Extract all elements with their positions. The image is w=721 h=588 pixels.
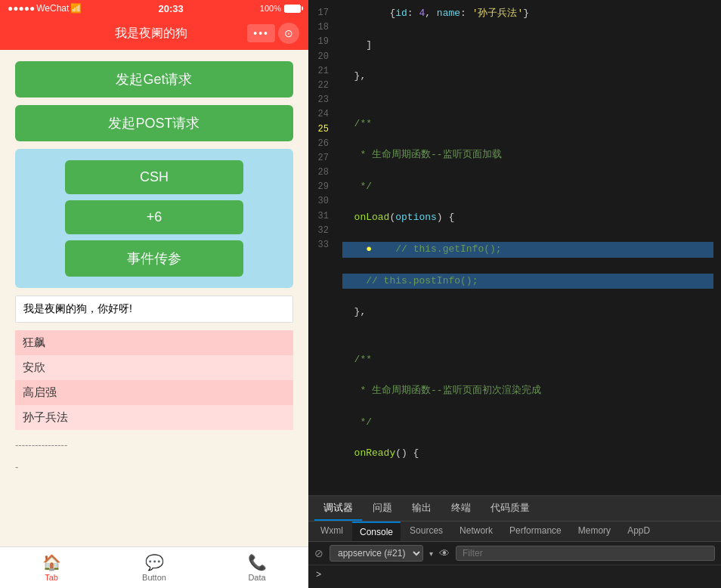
code-line: ]: [342, 38, 713, 54]
tab-debugger[interactable]: 调试器: [314, 497, 362, 521]
code-line: /**: [342, 116, 713, 132]
list-item: 高启强: [15, 380, 293, 405]
line-num: 30: [314, 194, 329, 209]
console-cursor: >: [316, 570, 321, 580]
tab-memory[interactable]: Memory: [571, 521, 618, 541]
line-numbers: 17 18 19 20 21 22 23 24 25 26 27 28 29 3…: [308, 0, 335, 495]
text-output: 我是夜阑的狗，你好呀!: [15, 296, 293, 323]
line-num: 22: [314, 79, 329, 93]
list-item: 安欣: [15, 355, 293, 380]
battery-percent: 100%: [260, 4, 281, 13]
code-line: onLoad(options) {: [342, 210, 713, 226]
tab-output[interactable]: 输出: [403, 497, 441, 521]
status-bar: ●●●●● WeChat 📶 20:33 100%: [0, 0, 308, 17]
data-icon: 📞: [248, 553, 267, 571]
list-container: 狂飙 安欣 高启强 孙子兵法: [15, 330, 293, 430]
code-panel: 17 18 19 20 21 22 23 24 25 26 27 28 29 3…: [308, 0, 721, 588]
code-editor: 17 18 19 20 21 22 23 24 25 26 27 28 29 3…: [308, 0, 721, 495]
csh-button[interactable]: CSH: [65, 160, 244, 194]
line-num: 17: [314, 6, 329, 20]
tab-label: Data: [248, 573, 265, 582]
line-num: 23: [314, 93, 329, 107]
console-output: >: [308, 565, 721, 588]
eye-icon[interactable]: 👁: [439, 547, 450, 559]
status-right: 100%: [260, 4, 301, 13]
code-line: * 生命周期函数--监听页面加载: [342, 147, 713, 163]
tab-sources[interactable]: Sources: [402, 521, 450, 541]
devtools-panel: 调试器 问题 输出 终端 代码质量 Wxml Console Sources N…: [308, 495, 721, 588]
more-options-button[interactable]: •••: [247, 24, 275, 42]
line-num: 27: [314, 151, 329, 166]
line-num: 18: [314, 20, 329, 35]
tab-performance[interactable]: Performance: [502, 521, 569, 541]
dropdown-arrow-icon: ▾: [429, 549, 433, 558]
phone-content: 发起Get请求 发起POST请求 CSH +6 事件传参 我是夜阑的狗，你好呀!…: [0, 50, 308, 546]
code-line: */: [342, 415, 713, 431]
line-num: 28: [314, 166, 329, 180]
toolbar-clear-icon[interactable]: ⊘: [314, 547, 323, 559]
line-num: 20: [314, 50, 329, 64]
signal-dots: ●●●●●: [8, 3, 35, 14]
line-num: 21: [314, 64, 329, 79]
console-filter-input[interactable]: [456, 546, 715, 561]
get-request-button[interactable]: 发起Get请求: [15, 61, 293, 97]
tab-appd[interactable]: AppD: [620, 521, 658, 541]
wifi-icon: 📶: [70, 3, 82, 14]
chat-icon: 💬: [145, 553, 164, 571]
line-num: 32: [314, 224, 329, 238]
devtools-tab-row1: 调试器 问题 输出 终端 代码质量: [308, 497, 721, 521]
divider2: -: [15, 460, 293, 474]
tab-button[interactable]: 💬 Button: [103, 547, 206, 588]
title-controls: ••• ⊙: [247, 23, 299, 44]
code-line: ● // this.getInfo();: [342, 242, 713, 258]
appservice-dropdown[interactable]: appservice (#21): [330, 545, 423, 562]
page-title: 我是夜阑的狗: [54, 26, 247, 42]
tab-bar: 🏠 Tab 💬 Button 📞 Data: [0, 546, 308, 588]
devtools-tab-row2: Wxml Console Sources Network Performance…: [308, 521, 721, 542]
tab-label: Tab: [45, 573, 58, 582]
line-num: 25: [314, 122, 329, 137]
code-line: {id: 4, name: '孙子兵法'}: [342, 6, 713, 22]
blue-section: CSH +6 事件传参: [15, 149, 293, 288]
line-num: 31: [314, 209, 329, 224]
tab-tab[interactable]: 🏠 Tab: [0, 547, 103, 588]
divider: ----------------: [15, 438, 293, 452]
code-line: /**: [342, 352, 713, 368]
carrier-label: WeChat: [36, 3, 69, 14]
code-line: },: [342, 69, 713, 85]
battery-icon: [284, 5, 301, 13]
tab-label: Button: [142, 573, 166, 582]
tab-data[interactable]: 📞 Data: [206, 547, 308, 588]
line-num: 19: [314, 35, 329, 49]
tab-network[interactable]: Network: [452, 521, 500, 541]
list-item: 狂飙: [15, 330, 293, 355]
tab-code-quality[interactable]: 代码质量: [481, 497, 539, 521]
home-icon: 🏠: [42, 553, 61, 571]
code-line: },: [342, 305, 713, 320]
status-time: 20:33: [159, 3, 184, 14]
line-num: 29: [314, 180, 329, 194]
list-item: 孙子兵法: [15, 405, 293, 430]
tab-wxml[interactable]: Wxml: [313, 521, 351, 541]
tab-terminal[interactable]: 终端: [442, 497, 480, 521]
event-param-button[interactable]: 事件传参: [65, 240, 244, 277]
post-request-button[interactable]: 发起POST请求: [15, 105, 293, 141]
code-lines: 17 18 19 20 21 22 23 24 25 26 27 28 29 3…: [308, 0, 721, 495]
code-line: // this.postInfo();: [342, 274, 713, 289]
code-line: onReady() {: [342, 446, 713, 462]
code-line: */: [342, 179, 713, 195]
code-content: {id: 4, name: '孙子兵法'} ] }, /** * 生命周期函数-…: [335, 0, 721, 495]
code-line: * 生命周期函数--监听页面初次渲染完成: [342, 383, 713, 399]
line-num: 24: [314, 107, 329, 122]
console-toolbar: ⊘ appservice (#21) ▾ 👁: [308, 542, 721, 565]
line-num: 33: [314, 238, 329, 252]
plus6-button[interactable]: +6: [65, 200, 244, 234]
tab-issues[interactable]: 问题: [364, 497, 401, 521]
record-button[interactable]: ⊙: [278, 23, 299, 44]
title-bar: 我是夜阑的狗 ••• ⊙: [0, 17, 308, 50]
phone-panel: ●●●●● WeChat 📶 20:33 100% 我是夜阑的狗 ••• ⊙ 发…: [0, 0, 308, 588]
status-left: ●●●●● WeChat 📶: [8, 3, 82, 14]
tab-console[interactable]: Console: [352, 521, 401, 541]
line-num: 26: [314, 137, 329, 151]
